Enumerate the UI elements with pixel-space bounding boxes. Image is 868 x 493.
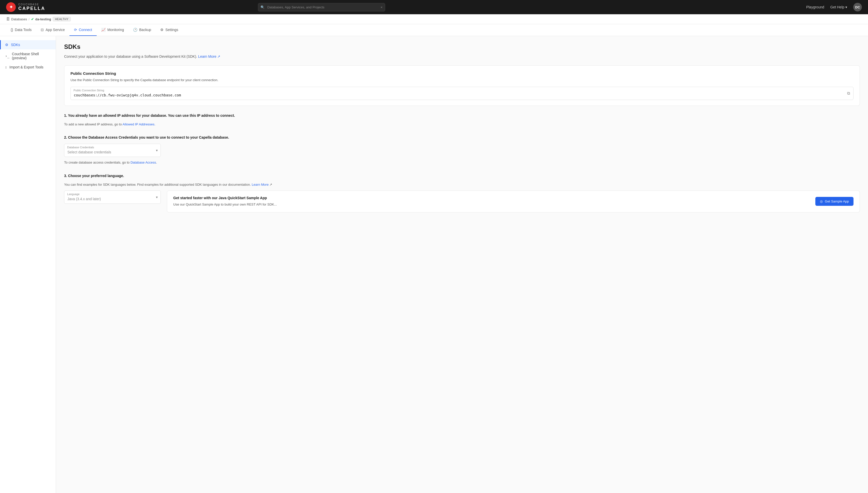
step-2-sub: To create database access credentials, g…	[64, 160, 860, 165]
logo-icon: ✦	[6, 2, 16, 12]
tab-connect-label: Connect	[79, 28, 92, 32]
language-select-wrap: Language Java (3.4.x and later) ▾	[64, 191, 161, 207]
settings-icon: ⚙	[160, 28, 164, 32]
language-select-outer: Language Java (3.4.x and later) ▾	[64, 191, 161, 204]
search-input[interactable]	[258, 3, 385, 12]
monitoring-icon: 📈	[101, 28, 106, 32]
tab-app-service-label: App Service	[46, 28, 65, 32]
tab-app-service[interactable]: ⊡ App Service	[36, 24, 69, 36]
sdk-learn-more-link[interactable]: Learn More	[252, 183, 268, 187]
get-help-button[interactable]: Get Help ▾	[830, 5, 847, 9]
playground-link[interactable]: Playground	[806, 5, 824, 9]
learn-more-link[interactable]: Learn More ↗	[198, 55, 220, 59]
search-clear-button[interactable]: ×	[381, 5, 383, 9]
logo-text: COUCHBASE CAPELLA	[18, 3, 45, 11]
connection-string-field-wrap: Public Connection String ⧉	[70, 87, 853, 100]
sidebar-item-import-export[interactable]: ↕ Import & Export Tools	[0, 63, 56, 72]
connection-string-title: Public Connection String	[70, 71, 853, 76]
tab-data-tools-label: Data Tools	[15, 28, 31, 32]
content-area: SDKs Connect your application to your da…	[56, 36, 868, 493]
tab-backup[interactable]: 🕐 Backup	[128, 24, 156, 36]
step-1-heading: 1. You already have an allowed IP addres…	[64, 113, 860, 118]
allowed-ip-link[interactable]: Allowed IP Addresses.	[123, 122, 155, 126]
database-icon: 🗄	[6, 17, 10, 21]
top-nav: ✦ COUCHBASE CAPELLA 🔍 × Playground Get H…	[0, 0, 868, 14]
connect-icon: ⟳	[74, 28, 77, 32]
app-service-icon: ⊡	[41, 28, 44, 32]
connection-string-description: Use the Public Connection String to spec…	[70, 78, 853, 83]
page-description: Connect your application to your databas…	[64, 54, 860, 59]
sidebar-item-sdks-label: SDKs	[11, 43, 20, 47]
search-bar: 🔍 ×	[258, 3, 385, 12]
tab-data-tools[interactable]: {} Data Tools	[6, 24, 36, 36]
step-3-heading: 3. Choose your preferred language.	[64, 173, 860, 178]
step-2: 2. Choose the Database Access Credential…	[64, 135, 860, 165]
breadcrumb: 🗄 Databases / ✔ da-testing HEALTHY	[0, 14, 868, 24]
avatar[interactable]: DC	[853, 3, 862, 12]
bottom-row: Language Java (3.4.x and later) ▾ Get st…	[64, 191, 860, 212]
database-credentials-label: Database Credentials	[67, 146, 94, 149]
quickstart-text: Get started faster with our Java QuickSt…	[173, 196, 277, 207]
logo: ✦ COUCHBASE CAPELLA	[6, 2, 45, 12]
connection-string-card: Public Connection String Use the Public …	[64, 65, 860, 106]
check-icon: ✔	[31, 17, 34, 21]
sidebar-item-import-export-label: Import & Export Tools	[9, 65, 44, 69]
quickstart-title: Get started faster with our Java QuickSt…	[173, 196, 277, 200]
page-title: SDKs	[64, 43, 860, 50]
data-tools-icon: {}	[11, 28, 13, 32]
step-1: 1. You already have an allowed IP addres…	[64, 113, 860, 127]
sdks-icon: ⚙	[5, 43, 8, 47]
sidebar-item-couchbase-shell[interactable]: ›_ Couchbase Shell (preview)	[0, 49, 56, 63]
breadcrumb-current-db: ✔ da-testing HEALTHY	[31, 17, 71, 21]
shell-icon: ›_	[5, 54, 9, 58]
sample-app-icon: ◎	[820, 199, 823, 203]
connection-string-label: Public Connection String	[73, 89, 104, 92]
status-badge: HEALTHY	[53, 17, 71, 21]
breadcrumb-databases[interactable]: Databases	[11, 17, 27, 21]
quickstart-description: Use our QuickStart Sample App to build y…	[173, 202, 277, 207]
database-access-link[interactable]: Database Access	[131, 160, 156, 164]
tab-bar: {} Data Tools ⊡ App Service ⟳ Connect 📈 …	[0, 24, 868, 36]
step-1-sub: To add a new allowed IP address, go to A…	[64, 122, 860, 127]
step-3-sub: You can find examples for SDK languages …	[64, 182, 860, 187]
main-layout: ⚙ SDKs ›_ Couchbase Shell (preview) ↕ Im…	[0, 36, 868, 493]
tab-monitoring[interactable]: 📈 Monitoring	[97, 24, 128, 36]
quickstart-card: Get started faster with our Java QuickSt…	[167, 191, 860, 212]
tab-connect[interactable]: ⟳ Connect	[69, 24, 97, 36]
tab-backup-label: Backup	[139, 28, 151, 32]
sidebar-item-sdks[interactable]: ⚙ SDKs	[0, 40, 56, 49]
search-icon: 🔍	[261, 5, 265, 9]
breadcrumb-separator: /	[28, 17, 29, 21]
database-credentials-select-wrap: Database Credentials Select database cre…	[64, 144, 161, 157]
get-sample-app-button[interactable]: ◎ Get Sample App	[815, 197, 853, 206]
sidebar-item-shell-label: Couchbase Shell (preview)	[12, 52, 51, 60]
step-2-heading: 2. Choose the Database Access Credential…	[64, 135, 860, 140]
connection-string-input[interactable]	[70, 87, 853, 100]
backup-icon: 🕐	[133, 28, 137, 32]
get-sample-app-label: Get Sample App	[825, 199, 849, 203]
import-export-icon: ↕	[5, 65, 7, 69]
tab-settings-label: Settings	[165, 28, 178, 32]
tab-monitoring-label: Monitoring	[107, 28, 124, 32]
copy-button[interactable]: ⧉	[846, 90, 851, 97]
language-label: Language	[67, 193, 80, 196]
chevron-down-icon: ▾	[845, 5, 847, 9]
step-3: 3. Choose your preferred language. You c…	[64, 173, 860, 212]
nav-right: Playground Get Help ▾ DC	[806, 3, 862, 12]
sidebar: ⚙ SDKs ›_ Couchbase Shell (preview) ↕ Im…	[0, 36, 56, 493]
tab-settings[interactable]: ⚙ Settings	[156, 24, 183, 36]
